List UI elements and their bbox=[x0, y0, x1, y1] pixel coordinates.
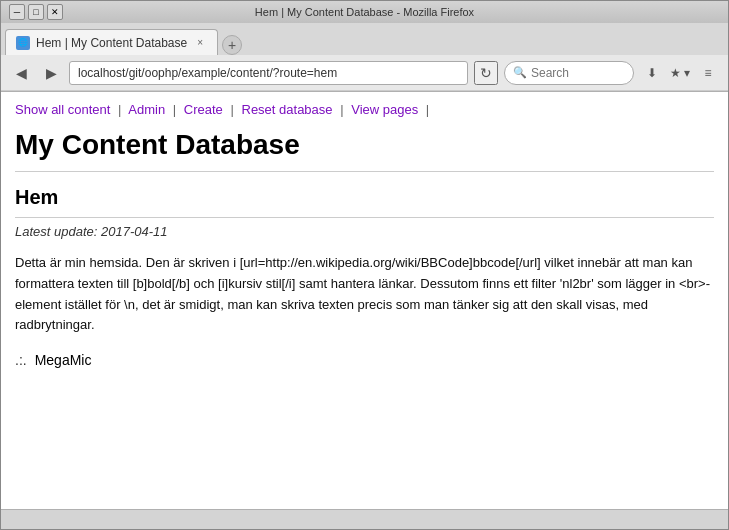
nav-icons: ⬇ ★ ▾ ≡ bbox=[640, 61, 720, 85]
maximize-button[interactable]: □ bbox=[28, 4, 44, 20]
content-text: Detta är min hemsida. Den är skriven i [… bbox=[15, 253, 714, 336]
navigation-bar: ◀ ▶ ↻ 🔍 ⬇ ★ ▾ ≡ bbox=[1, 55, 728, 91]
title-bar: ─ □ ✕ Hem | My Content Database - Mozill… bbox=[1, 1, 728, 23]
create-link[interactable]: Create bbox=[184, 102, 223, 117]
back-button[interactable]: ◀ bbox=[9, 61, 33, 85]
browser-tab[interactable]: 🌐 Hem | My Content Database × bbox=[5, 29, 218, 55]
close-button[interactable]: ✕ bbox=[47, 4, 63, 20]
tab-bar: 🌐 Hem | My Content Database × + bbox=[1, 23, 728, 55]
search-icon: 🔍 bbox=[513, 66, 527, 79]
browser-window: ─ □ ✕ Hem | My Content Database - Mozill… bbox=[0, 0, 729, 530]
search-bar[interactable]: 🔍 bbox=[504, 61, 634, 85]
download-button[interactable]: ⬇ bbox=[640, 61, 664, 85]
page-title: My Content Database bbox=[15, 129, 714, 172]
tab-label: Hem | My Content Database bbox=[36, 36, 187, 50]
show-all-content-link[interactable]: Show all content bbox=[15, 102, 110, 117]
menu-button[interactable]: ≡ bbox=[696, 61, 720, 85]
page-nav-links: Show all content | Admin | Create | Rese… bbox=[15, 102, 714, 117]
admin-link[interactable]: Admin bbox=[128, 102, 165, 117]
status-bar bbox=[1, 509, 728, 529]
view-pages-link[interactable]: View pages bbox=[351, 102, 418, 117]
megamic-row: .:. MegaMic bbox=[15, 352, 714, 368]
reset-database-link[interactable]: Reset database bbox=[242, 102, 333, 117]
address-bar[interactable] bbox=[69, 61, 468, 85]
tab-close-button[interactable]: × bbox=[193, 36, 207, 50]
search-input[interactable] bbox=[531, 66, 621, 80]
page-content: Show all content | Admin | Create | Rese… bbox=[1, 92, 728, 509]
refresh-button[interactable]: ↻ bbox=[474, 61, 498, 85]
window-title: Hem | My Content Database - Mozilla Fire… bbox=[69, 6, 660, 18]
megamic-icon: .:. bbox=[15, 352, 27, 368]
forward-button[interactable]: ▶ bbox=[39, 61, 63, 85]
section-title: Hem bbox=[15, 186, 714, 218]
megamic-label: MegaMic bbox=[35, 352, 92, 368]
latest-update: Latest update: 2017-04-11 bbox=[15, 224, 714, 239]
minimize-button[interactable]: ─ bbox=[9, 4, 25, 20]
bookmark-button[interactable]: ★ ▾ bbox=[668, 61, 692, 85]
new-tab-button[interactable]: + bbox=[222, 35, 242, 55]
tab-favicon: 🌐 bbox=[16, 36, 30, 50]
